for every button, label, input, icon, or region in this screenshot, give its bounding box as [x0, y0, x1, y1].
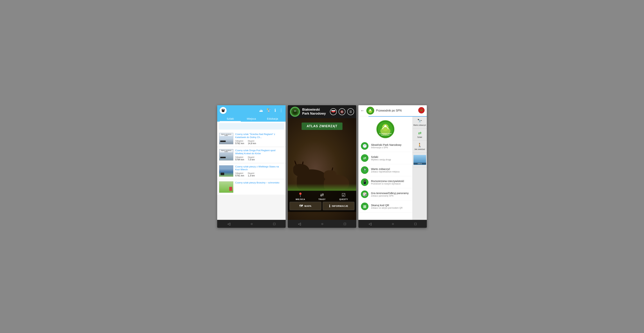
- menu-text: Skanuj kod QR Zobacz co ukryto pod kodem…: [371, 204, 410, 209]
- thumb-label-2: Wykres wysokości szlaku: [220, 150, 233, 152]
- park-logo-large: SŁOWIŃSKI PARK NARODOWY: [376, 120, 394, 138]
- wide-button-row: 🗺 MAPA ℹ INFORMACJE: [290, 202, 354, 210]
- home-button[interactable]: ○: [321, 222, 323, 226]
- trail-title: Czarny szlak pieszy Brzeziny – schronisk…: [235, 181, 284, 184]
- sidebar-image-label: Izbica: [414, 163, 426, 165]
- grass-overlay: [288, 184, 356, 191]
- menu-item-subtitle: Przestrzeń w nowym wymiarze: [371, 183, 410, 185]
- home-button[interactable]: ○: [392, 222, 394, 226]
- menu-item-title: Skanuj kod QR: [371, 204, 410, 207]
- informacje-button[interactable]: ℹ INFORMACJE: [323, 202, 354, 210]
- menu-item-title: Gra terenowa/Odkryj panoramy: [371, 192, 410, 195]
- tab-miejsca[interactable]: Miejsca: [241, 115, 262, 122]
- table-row[interactable]: Wykres wysokości szlaku Czarny szlak Dro…: [217, 147, 286, 163]
- info-icon[interactable]: ℹ: [274, 108, 276, 113]
- recents-button[interactable]: □: [414, 222, 416, 226]
- svg-text:🌿: 🌿: [420, 109, 423, 112]
- menu-item-gra[interactable]: 🎲 Gra terenowa/Odkryj panoramy Zobacz pa…: [358, 188, 412, 200]
- questy-icon: ☑: [342, 192, 346, 197]
- svg-point-8: [294, 111, 295, 112]
- menu-item-title: Rozszerzona rzeczywistość: [371, 179, 410, 183]
- sidebar-szlaki-icon: ⇄: [418, 131, 422, 136]
- length-label: Długość:: [248, 140, 256, 142]
- miejsca-icon: 📍: [298, 192, 303, 197]
- length-value: 7,5 km: [248, 158, 255, 161]
- table-row[interactable]: Czarny szlak pieszy Brzeziny – schronisk…: [217, 179, 286, 195]
- mapa-label: MAPA: [304, 205, 311, 207]
- miejsca-button[interactable]: 📍 MIEJSCA: [290, 192, 311, 200]
- search-bar[interactable]: [219, 123, 284, 130]
- trail-title: Czarny szlak Droga Pod Reglami spod Wiel…: [235, 149, 284, 155]
- mapa-button[interactable]: 🗺 MAPA: [290, 202, 321, 210]
- trail-info: Czarny szlak pieszy z Wielkiego Stawu na…: [235, 165, 284, 177]
- trasy-button[interactable]: ⇄ TRASY: [311, 192, 333, 200]
- more-icon[interactable]: ⋮: [279, 108, 283, 113]
- menu-item-ar[interactable]: 📱 Rozszerzona rzeczywistość Przestrzeń w…: [358, 176, 412, 188]
- dog-icon[interactable]: [220, 107, 226, 114]
- bottom-nav-bar-2: ◁ ○ □: [288, 220, 356, 228]
- sidebar-jak-icon: 🚶: [417, 143, 422, 148]
- sidebar-item-warto[interactable]: 🔭 Warto zobaczyć: [412, 117, 427, 129]
- table-row[interactable]: Wykres wysokości szlaku Czarny szlak "Śc…: [217, 131, 286, 147]
- back-button[interactable]: ◁: [298, 222, 301, 226]
- distance-value: 5784 km: [235, 158, 244, 161]
- menu-item-subtitle: Zobacz co ukryto pod kodem QR: [371, 207, 410, 209]
- sidebar-item-jak[interactable]: 🚶 Jak zwiedzać: [412, 141, 427, 153]
- hero-section: ATLAS ZWIERZĄT 📍 MIEJSCA ⇄ TRASY ☑ QUEST…: [288, 118, 356, 220]
- sidebar-item-szlaki[interactable]: ⇄ Szlaki: [412, 129, 427, 141]
- atlas-zwierzat-button[interactable]: ATLAS ZWIERZĄT: [302, 123, 342, 130]
- table-row[interactable]: Czarny szlak pieszy z Wielkiego Stawu na…: [217, 163, 286, 179]
- length-value: 1,3 km: [248, 174, 255, 177]
- recents-button[interactable]: □: [344, 222, 346, 226]
- questy-button[interactable]: ☑ QUESTY: [333, 192, 354, 200]
- game-icon: 🎲: [361, 190, 368, 198]
- recents-button[interactable]: □: [273, 222, 275, 226]
- menu-item-warto[interactable]: 🔭 Warto zobaczyć Zobacz najciekawsze mie…: [358, 164, 412, 176]
- flag-button[interactable]: [330, 108, 337, 115]
- trail-title: Czarny szlak pieszy z Wielkiego Stawu na…: [235, 165, 284, 171]
- menu-button[interactable]: ☰: [347, 108, 354, 115]
- trail-info: Czarny szlak pieszy Brzeziny – schronisk…: [235, 181, 284, 193]
- nav-icons: ⛰ 🚏 ℹ ⋮: [259, 108, 283, 113]
- menu-item-qr[interactable]: ▦ Skanuj kod QR Zobacz co ukryto pod kod…: [358, 200, 412, 212]
- trasy-icon: ⇄: [320, 192, 324, 197]
- app-title: Białowieski Park Narodowy: [302, 108, 326, 116]
- back-button[interactable]: ◁: [369, 222, 371, 226]
- menu-item-subtitle: Zobacz panoramę SPN: [371, 195, 410, 197]
- trail-meta: Odległość: 5781 km Długość: 1,3 km: [235, 172, 284, 177]
- menu-item-subtitle: Zobacz najciekawsze miejsca: [371, 170, 410, 173]
- svg-point-16: [370, 109, 371, 110]
- trasy-label: TRASY: [318, 198, 326, 200]
- menu-item-title: Szlaki: [371, 155, 410, 158]
- sidebar-jak-label: Jak zwiedzać: [414, 148, 425, 150]
- trail-thumbnail: Wykres wysokości szlaku: [219, 149, 234, 161]
- sidebar-item-image: Izbica: [412, 153, 427, 167]
- tab-szlaki[interactable]: Szlaki: [220, 115, 241, 122]
- screen-2: Białowieski Park Narodowy 🔇 ☰: [288, 105, 356, 228]
- trail-distance: Odległość: 5781 km: [235, 172, 244, 177]
- title-line1: Białowieski: [302, 108, 326, 112]
- screen1-top-bar: ⛰ 🚏 ℹ ⋮: [220, 107, 283, 114]
- menu-text: Słowiński Park Narodowy Informacje o SPN: [371, 143, 410, 149]
- menu-item-szlaki[interactable]: ⇄ Szlaki Wybierz swoją drogę: [358, 152, 412, 164]
- trail-meta: Odległość: 5782 km Długość: 14,8 km: [235, 140, 284, 145]
- mapa-icon: 🗺: [299, 204, 303, 208]
- svg-text:NARODOWY: NARODOWY: [381, 134, 390, 136]
- sidebar-warto-icon: 🔭: [417, 119, 422, 123]
- menu-item-title: Warto zobaczyć: [371, 167, 410, 170]
- mute-button[interactable]: 🔇: [338, 108, 346, 115]
- signpost-icon[interactable]: 🚏: [266, 108, 271, 113]
- home-button[interactable]: ○: [250, 222, 253, 226]
- tab-edukacja[interactable]: Edukacja: [262, 115, 283, 122]
- menu-item-subtitle: Wybierz swoją drogę: [371, 158, 410, 161]
- distance-value: 5781 km: [235, 174, 244, 177]
- back-button[interactable]: ←: [360, 108, 364, 113]
- menu-item-spn[interactable]: 🕐 Słowiński Park Narodowy Informacje o S…: [358, 140, 412, 152]
- trail-meta: Odległość: 5784 km Długość: 7,5 km: [235, 156, 284, 161]
- svg-point-22: [384, 125, 386, 127]
- mountain-icon[interactable]: ⛰: [259, 108, 263, 113]
- menu-text: Rozszerzona rzeczywistość Przestrzeń w n…: [371, 179, 410, 185]
- spn-logo-small: [366, 107, 374, 115]
- length-label: Długość:: [248, 156, 255, 158]
- back-button[interactable]: ◁: [228, 222, 230, 226]
